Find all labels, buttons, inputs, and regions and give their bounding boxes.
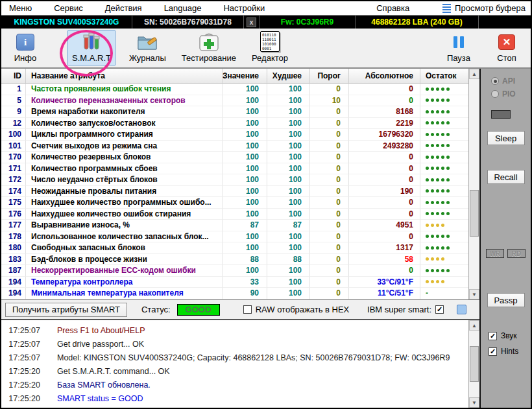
attr-absolute: 8168 — [349, 106, 420, 118]
table-row[interactable]: 180Свободных запасных блоков10010001317 — [1, 242, 468, 254]
health-dot-icon — [436, 257, 439, 261]
pio-radio[interactable]: PIO — [491, 89, 516, 99]
scroll-down-icon[interactable]: ▼ — [469, 289, 479, 299]
health-dot-icon — [446, 246, 450, 250]
victoria-window: МенюСервисДействияLanguageНастройкиСправ… — [0, 0, 532, 409]
status-label: Статус: — [141, 305, 171, 314]
stop-button[interactable]: ✕ Стоп — [487, 30, 527, 65]
attr-absolute: 2493280 — [349, 141, 420, 152]
table-scroll-thumb[interactable] — [470, 190, 479, 237]
wr-button[interactable]: WR — [486, 249, 504, 258]
attr-worst: 100 — [267, 141, 310, 152]
testing-button[interactable]: Тестирование — [177, 30, 241, 65]
log-scrollbar[interactable]: ▲ ▼ — [468, 320, 479, 408]
menu-item[interactable]: Сервис — [54, 3, 83, 13]
health-dot-icon — [441, 212, 444, 215]
table-row[interactable]: 170Количество резервных блоков10010000 — [1, 152, 468, 163]
header-threshold[interactable]: Порог — [310, 69, 349, 83]
get-smart-button[interactable]: Получить атрибуты SMART — [5, 303, 127, 317]
health-dot-icon — [441, 156, 444, 159]
attr-threshold: 0 — [310, 265, 349, 277]
attr-worst: 100 — [267, 186, 310, 198]
health-dot-icon — [431, 121, 434, 124]
table-row[interactable]: 101Счетчик выходов из режима сна10010002… — [1, 141, 468, 152]
table-row[interactable]: 194Температура контроллера33100033°C/91°… — [1, 277, 468, 288]
table-row[interactable]: 175Наихудшее количество программных ошиб… — [1, 197, 468, 209]
menu-item[interactable]: Настройки — [223, 3, 265, 13]
ibm-smart-checkbox[interactable]: ✓ — [435, 305, 444, 314]
table-row[interactable]: 172Число неудачно стёртых блоков10010000 — [1, 174, 468, 186]
sound-checkbox[interactable]: ✓ — [489, 332, 497, 340]
hints-label: Hints — [501, 347, 518, 356]
smart-button[interactable]: S.M.A.R.T — [67, 30, 115, 65]
health-dot-icon — [431, 178, 434, 181]
table-row[interactable]: 183Бэд-блоков в процессе жизни8888058 — [1, 254, 468, 266]
attr-absolute: 0 — [349, 174, 420, 186]
recall-button[interactable]: Recall — [487, 170, 525, 184]
menu-item[interactable]: Действия — [105, 3, 142, 13]
attr-value: 100 — [223, 174, 267, 186]
header-absolute[interactable]: Абсолютное — [349, 69, 420, 83]
health-dot-icon — [431, 269, 434, 272]
attr-name: Температура контроллера — [26, 277, 223, 288]
info-button[interactable]: i Инфо — [5, 30, 45, 65]
close-icon: x — [247, 18, 256, 27]
table-row[interactable]: 177Выравнивание износа, %878704951 — [1, 220, 468, 231]
sleep-button[interactable]: Sleep — [487, 131, 525, 145]
health-dot-icon — [436, 224, 439, 227]
attr-threshold: 0 — [310, 277, 349, 288]
attr-health — [420, 129, 468, 141]
header-worst[interactable]: Худшее — [267, 69, 310, 83]
attr-worst: 100 — [267, 118, 310, 130]
health-dot-icon — [431, 212, 434, 215]
scroll-up-icon[interactable]: ▲ — [469, 69, 479, 79]
attr-id: 174 — [1, 186, 26, 198]
log-scroll-down-icon[interactable]: ▼ — [469, 397, 479, 408]
table-row[interactable]: 194Минимальная температура накопителя901… — [1, 288, 468, 299]
attr-health — [420, 118, 468, 130]
table-row[interactable]: 174Неожиданные провалы питания1001000190 — [1, 186, 468, 198]
editor-button[interactable]: 010110 110011 101000 0001 Редактор — [247, 30, 293, 65]
log-scroll-up-icon[interactable]: ▲ — [469, 320, 479, 331]
header-name[interactable]: Название атрибута — [26, 69, 223, 83]
attr-absolute: 58 — [349, 254, 420, 266]
attr-health — [420, 254, 468, 266]
passport-button[interactable]: Passp — [487, 293, 525, 307]
table-row[interactable]: 5Количество переназначенных секторов1001… — [1, 95, 468, 107]
table-row[interactable]: 12Количество запусков/остановок100100022… — [1, 118, 468, 130]
buffer-view-button[interactable]: Просмотр буфера — [442, 3, 526, 13]
log-line: 17:25:07Get drive passport... OK — [1, 337, 468, 351]
pause-button[interactable]: Пауза — [439, 30, 479, 65]
rd-button[interactable]: RD — [507, 249, 526, 258]
sound-checkbox-row[interactable]: ✓ Звук — [489, 331, 517, 340]
table-row[interactable]: 178Использованное количество запасных бл… — [1, 231, 468, 243]
table-scrollbar[interactable]: ▲ ▼ — [468, 69, 479, 299]
header-id[interactable]: ID — [1, 69, 26, 83]
table-row[interactable]: 176Наихудшее количество ошибок стирания1… — [1, 209, 468, 220]
drive-close-button[interactable]: x — [244, 16, 260, 29]
header-value[interactable]: Значение — [223, 69, 267, 83]
table-row[interactable]: 9Время наработки накопителя10010008168 — [1, 106, 468, 118]
table-row[interactable]: 171Количество программных сбоев10010000 — [1, 163, 468, 175]
health-dot-icon — [436, 201, 439, 204]
health-dot-icon — [426, 121, 429, 124]
menu-item[interactable]: Language — [164, 3, 202, 13]
hints-checkbox-row[interactable]: ✓ Hints — [489, 347, 518, 356]
attr-health: - — [420, 288, 468, 299]
api-radio[interactable]: API — [491, 76, 515, 86]
menu-item[interactable]: Меню — [9, 3, 32, 13]
attr-absolute: 0 — [349, 231, 420, 243]
journals-button[interactable]: Журналы — [125, 30, 171, 65]
menu-item[interactable]: Справка — [376, 3, 409, 13]
raw-hex-checkbox[interactable] — [243, 305, 252, 314]
hints-checkbox[interactable]: ✓ — [489, 347, 497, 356]
table-row[interactable]: 100Циклы программного стирания1001000167… — [1, 129, 468, 141]
attr-absolute: 0 — [349, 209, 420, 220]
table-row[interactable]: 1Частота проявления ошибок чтения1001000… — [1, 84, 468, 95]
table-row[interactable]: 187Нескорректированные ECC-кодом ошибки1… — [1, 265, 468, 277]
log-scroll-thumb[interactable] — [470, 346, 479, 382]
pio-label: PIO — [502, 89, 516, 99]
attr-value: 100 — [223, 231, 267, 243]
attr-worst: 88 — [267, 254, 310, 266]
header-health[interactable]: Остаток — [420, 69, 468, 83]
